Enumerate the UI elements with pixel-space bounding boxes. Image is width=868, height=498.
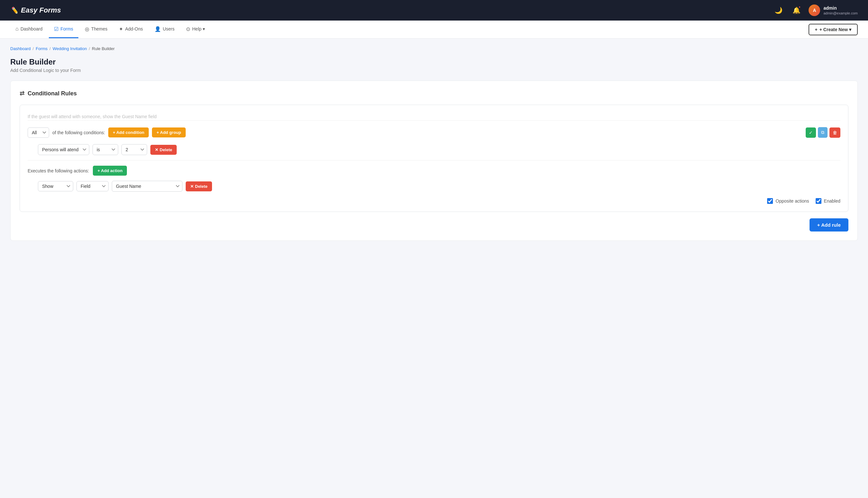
add-rule-label: + Add rule <box>817 222 841 228</box>
add-group-label: + Add group <box>156 130 181 135</box>
nav-links: ⌂ Dashboard ☑ Forms ◎ Themes ✦ Add-Ons 👤… <box>10 21 210 38</box>
breadcrumb-wedding-invitation[interactable]: Wedding Invitation <box>53 46 87 51</box>
page-subtitle: Add Conditional Logic to your Form <box>10 68 858 73</box>
breadcrumb: Dashboard / Forms / Wedding Invitation /… <box>10 46 858 51</box>
conditions-label: of the following conditions: <box>52 130 105 135</box>
logo-text: Easy Forms <box>21 6 61 14</box>
admin-info: A admin admin@example.com <box>808 4 858 16</box>
dark-mode-button[interactable]: 🌙 <box>773 4 784 16</box>
condition-operator-select[interactable]: is is not <box>92 144 118 155</box>
nav-label-themes: Themes <box>91 26 108 31</box>
add-rule-button[interactable]: + Add rule <box>809 218 848 232</box>
executes-row: Executes the following actions: + Add ac… <box>28 166 840 175</box>
delete-condition-label: Delete <box>160 147 172 152</box>
delete-action-button[interactable]: ✕ Delete <box>186 181 212 191</box>
copy-icon: ⧉ <box>821 130 824 135</box>
add-action-label: + Add action <box>97 168 122 173</box>
nav-item-help[interactable]: ⊙ Help ▾ <box>181 21 210 38</box>
nav-label-addons: Add-Ons <box>125 26 143 31</box>
all-conditions-select[interactable]: All Any <box>28 128 49 138</box>
x-icon: ✕ <box>155 147 158 152</box>
breadcrumb-dashboard[interactable]: Dashboard <box>10 46 31 51</box>
add-rule-row: + Add rule <box>20 218 848 232</box>
help-icon: ⊙ <box>186 26 190 32</box>
rule-description-input[interactable] <box>28 113 840 121</box>
moon-icon: 🌙 <box>775 6 782 14</box>
delete-rule-button[interactable]: 🗑 <box>829 128 840 138</box>
enabled-checkbox[interactable] <box>816 198 821 204</box>
enabled-toggle: Enabled <box>816 198 840 204</box>
toggles-row: Opposite actions Enabled <box>28 198 840 204</box>
plus-icon: + <box>815 27 818 32</box>
dashboard-icon: ⌂ <box>15 26 18 32</box>
nav-bar: ⌂ Dashboard ☑ Forms ◎ Themes ✦ Add-Ons 👤… <box>0 21 868 39</box>
trash-icon: 🗑 <box>833 130 837 135</box>
nav-label-users: Users <box>163 26 175 31</box>
breadcrumb-sep-1: / <box>33 46 34 51</box>
nav-item-dashboard[interactable]: ⌂ Dashboard <box>10 21 48 38</box>
nav-label-dashboard: Dashboard <box>21 26 43 31</box>
nav-label-forms: Forms <box>61 26 73 31</box>
opposite-actions-label: Opposite actions <box>776 198 809 204</box>
admin-text: admin admin@example.com <box>823 5 858 15</box>
notifications-button[interactable]: 🔔 <box>791 4 802 16</box>
shuffle-icon: ⇄ <box>20 90 24 97</box>
create-new-button[interactable]: + + Create New ▾ <box>808 24 858 35</box>
check-icon: ✓ <box>809 130 813 135</box>
action-type-select[interactable]: Field Section <box>76 181 108 191</box>
breadcrumb-sep-3: / <box>89 46 90 51</box>
delete-action-label: Delete <box>195 184 208 189</box>
delete-condition-button[interactable]: ✕ Delete <box>150 145 177 155</box>
breadcrumb-current: Rule Builder <box>92 46 115 51</box>
app-logo: ✏️ Easy Forms <box>10 6 61 14</box>
users-icon: 👤 <box>155 26 161 32</box>
addons-icon: ✦ <box>119 26 123 32</box>
add-condition-label: + Add condition <box>113 130 144 135</box>
opposite-actions-checkbox[interactable] <box>767 198 773 204</box>
add-action-button[interactable]: + Add action <box>93 166 127 175</box>
create-new-label: + Create New ▾ <box>819 27 851 32</box>
breadcrumb-sep-2: / <box>50 46 51 51</box>
nav-item-addons[interactable]: ✦ Add-Ons <box>114 21 148 38</box>
section-title: Conditional Rules <box>28 90 77 97</box>
admin-email: admin@example.com <box>823 11 858 15</box>
conditions-row: All Any of the following conditions: + A… <box>28 127 840 138</box>
rule-action-buttons: ✓ ⧉ 🗑 <box>806 127 840 138</box>
breadcrumb-forms[interactable]: Forms <box>36 46 48 51</box>
nav-item-themes[interactable]: ◎ Themes <box>80 21 113 38</box>
condition-field-select[interactable]: Persons will atend <box>38 144 89 155</box>
avatar: A <box>808 4 820 16</box>
condition-value-select[interactable]: 2 1 3 <box>121 144 147 155</box>
conditional-rules-card: ⇄ Conditional Rules All Any of the follo… <box>10 81 858 241</box>
rule-box: All Any of the following conditions: + A… <box>20 105 848 212</box>
nav-item-forms[interactable]: ☑ Forms <box>49 21 78 38</box>
themes-icon: ◎ <box>85 26 89 32</box>
add-group-button[interactable]: + Add group <box>152 128 185 137</box>
action-row: Show Hide Field Section Guest Name ✕ Del… <box>38 181 840 192</box>
page-title: Rule Builder <box>10 57 858 66</box>
notification-dot <box>798 6 801 8</box>
nav-label-help: Help ▾ <box>192 26 205 31</box>
main-content: Dashboard / Forms / Wedding Invitation /… <box>0 39 868 249</box>
header-right: 🌙 🔔 A admin admin@example.com <box>773 4 858 16</box>
enabled-label: Enabled <box>824 198 840 204</box>
opposite-actions-toggle: Opposite actions <box>767 198 809 204</box>
logo-icon: ✏️ <box>10 6 18 14</box>
confirm-button[interactable]: ✓ <box>806 128 816 138</box>
action-show-select[interactable]: Show Hide <box>38 181 73 191</box>
copy-button[interactable]: ⧉ <box>818 127 828 138</box>
nav-item-users[interactable]: 👤 Users <box>150 21 180 38</box>
action-target-select[interactable]: Guest Name <box>112 181 182 192</box>
rule-divider <box>28 160 840 160</box>
forms-icon: ☑ <box>54 26 59 32</box>
executes-label: Executes the following actions: <box>28 168 89 173</box>
x-icon-action: ✕ <box>190 184 194 189</box>
card-header: ⇄ Conditional Rules <box>20 90 848 97</box>
condition-row: Persons will atend is is not 2 1 3 ✕ Del… <box>38 144 840 155</box>
top-header: ✏️ Easy Forms 🌙 🔔 A admin admin@example.… <box>0 0 868 21</box>
admin-name: admin <box>823 5 858 11</box>
add-condition-button[interactable]: + Add condition <box>108 128 149 137</box>
